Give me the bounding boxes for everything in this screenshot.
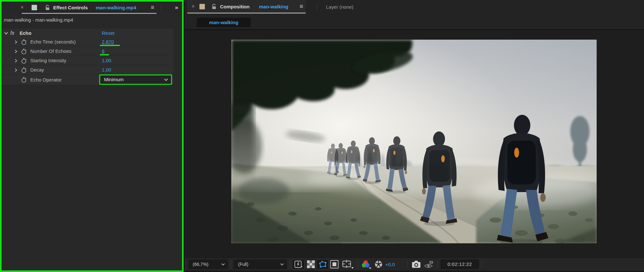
stopwatch-icon[interactable] — [21, 39, 27, 45]
toolbar-divider — [408, 260, 408, 268]
param-label: Starting Intensity — [30, 56, 66, 65]
reset-button[interactable]: Reset — [102, 29, 114, 38]
transparency-grid-icon[interactable] — [307, 260, 315, 268]
effect-controls-tabbar: × Effect Controls man-walking.mp4 ≡ » — [2, 2, 182, 14]
toolbar-divider — [358, 260, 358, 268]
composition-toolbar: (66,7%) (Full) — [185, 257, 644, 271]
param-label: Echo Operator — [30, 75, 62, 84]
exposure-value[interactable]: +0,0 — [385, 258, 395, 271]
channels-rgb-icon[interactable] — [361, 260, 371, 269]
effect-header-row[interactable]: fx Echo Reset — [2, 29, 173, 38]
stopwatch-icon[interactable] — [21, 67, 27, 73]
chevron-down-icon — [164, 78, 168, 81]
panel-overflow-icon[interactable]: » — [175, 2, 178, 13]
close-icon[interactable]: × — [21, 2, 24, 13]
active-tab-underline — [22, 13, 157, 14]
stopwatch-icon[interactable] — [21, 77, 27, 83]
show-snapshot-eye-icon[interactable] — [424, 260, 434, 269]
snapshot-camera-icon[interactable] — [412, 260, 421, 268]
effect-name[interactable]: Echo — [20, 29, 32, 38]
panel-color-square — [199, 4, 205, 9]
panel-title[interactable]: Composition — [220, 1, 250, 13]
echo-operator-dropdown[interactable]: Minimum — [99, 74, 172, 85]
viewer-tab-label: man-walking — [197, 18, 251, 27]
close-icon[interactable]: × — [192, 1, 195, 12]
panel-target-link[interactable]: man-walking.mp4 — [96, 2, 136, 14]
tab-layer-none[interactable]: Layer (none) — [326, 0, 353, 14]
panel-color-square — [32, 5, 37, 10]
viewer-tab-man-walking[interactable]: man-walking — [197, 18, 251, 27]
annotation-underline-echo-time — [100, 45, 120, 46]
toolbar-divider — [231, 260, 231, 268]
panel-menu-icon[interactable]: ≡ — [300, 1, 303, 12]
exposure-reset-icon[interactable] — [374, 260, 383, 268]
composition-tabbar: × Composition man-walking ≡ Layer (none) — [185, 0, 644, 14]
toolbar-divider — [481, 260, 482, 268]
fx-badge-icon: fx — [10, 29, 14, 37]
chevron-down-icon — [221, 263, 225, 266]
panel-title[interactable]: Effect Controls — [53, 2, 88, 14]
magnification-dropdown[interactable]: (66,7%) — [188, 259, 228, 269]
chevron-right-icon[interactable] — [14, 50, 17, 53]
active-tab-underline — [187, 13, 306, 14]
stopwatch-icon[interactable] — [21, 48, 27, 54]
composition-panel: × Composition man-walking ≡ Layer (none)… — [185, 0, 644, 272]
mask-shape-icon — [319, 261, 327, 267]
resolution-dropdown[interactable]: (Full) — [234, 259, 287, 269]
chevron-right-icon[interactable] — [14, 68, 17, 72]
toolbar-divider — [290, 260, 290, 268]
panel-menu-icon[interactable]: ≡ — [151, 2, 154, 13]
grid-guides-icon[interactable] — [342, 260, 354, 269]
effect-controls-panel: × Effect Controls man-walking.mp4 ≡ » ma… — [0, 0, 184, 272]
timecode-display[interactable]: 0:02:12:22 — [441, 260, 479, 269]
unlock-icon — [45, 5, 50, 11]
param-value[interactable]: 1,00 — [102, 65, 111, 74]
lightning-icon — [294, 261, 303, 268]
panel-bottom-edge — [185, 271, 644, 272]
timecode-value: 0:02:12:22 — [441, 260, 478, 268]
chevron-down-icon — [280, 263, 284, 266]
unlock-icon — [211, 4, 216, 10]
param-label: Number Of Echoes — [30, 47, 72, 56]
dropdown-selected-value: Minimum — [104, 75, 124, 84]
magnification-value: (66,7%) — [193, 259, 208, 269]
fast-previews-button[interactable] — [292, 259, 305, 269]
param-label: Echo Time (seconds) — [30, 37, 76, 46]
chevron-right-icon[interactable] — [14, 59, 17, 63]
composition-viewport-image — [231, 40, 597, 243]
chevron-down-icon[interactable] — [4, 32, 8, 35]
annotation-underline-num-echoes — [100, 54, 109, 55]
resolution-value: (Full) — [238, 259, 248, 269]
effect-source-line: man-walking · man-walking.mp4 — [4, 17, 73, 23]
region-of-interest-icon[interactable] — [330, 260, 339, 268]
stopwatch-icon[interactable] — [21, 58, 27, 64]
chevron-right-icon[interactable] — [14, 40, 17, 44]
param-value[interactable]: 1,00 — [102, 56, 111, 65]
param-row-decay[interactable]: Decay 1,00 — [2, 65, 173, 75]
toolbar-divider — [437, 260, 437, 268]
panel-target-link[interactable]: man-walking — [259, 1, 288, 13]
param-row-number-of-echoes[interactable]: Number Of Echoes 6 — [2, 47, 173, 56]
tabbar-divider — [161, 4, 161, 12]
tabbar-divider — [317, 3, 317, 11]
param-row-echo-time[interactable]: Echo Time (seconds) 2,870 — [2, 37, 173, 47]
param-row-starting-intensity[interactable]: Starting Intensity 1,00 — [2, 56, 173, 65]
mask-visibility-button[interactable] — [316, 259, 329, 269]
param-label: Decay — [30, 65, 44, 74]
